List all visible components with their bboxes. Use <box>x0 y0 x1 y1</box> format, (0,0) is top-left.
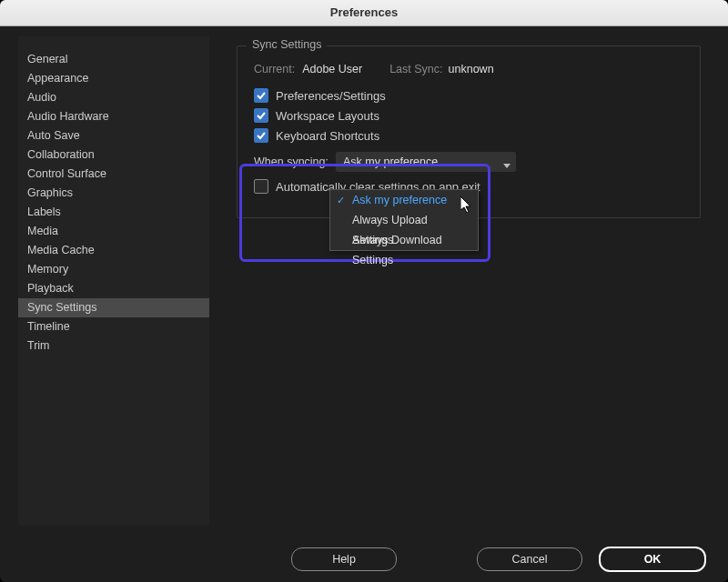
preferences-dialog: Preferences GeneralAppearanceAudioAudio … <box>0 0 728 582</box>
current-value: Adobe User <box>302 63 362 75</box>
fieldset-legend: Sync Settings <box>247 38 327 51</box>
ok-button[interactable]: OK <box>599 547 706 572</box>
sidebar-item-playback[interactable]: Playback <box>18 279 209 298</box>
preferences-sidebar: GeneralAppearanceAudioAudio HardwareAuto… <box>18 36 209 526</box>
sidebar-item-appearance[interactable]: Appearance <box>18 69 209 88</box>
when-syncing-value: Ask my preference <box>343 156 438 168</box>
preferences-main: Sync Settings Current: Adobe User Last S… <box>209 25 728 537</box>
help-button[interactable]: Help <box>291 547 397 571</box>
when-syncing-select[interactable]: Ask my preference <box>336 152 516 172</box>
chevron-down-icon <box>503 159 511 172</box>
auto-clear-checkbox[interactable] <box>254 179 268 194</box>
dialog-footer: Help Cancel OK <box>0 537 728 582</box>
when-syncing-row: When syncing: Ask my preference <box>254 152 683 172</box>
last-sync-value: unknown <box>449 63 494 75</box>
checkbox-row: Preferences/Settings <box>254 88 683 103</box>
sidebar-item-general[interactable]: General <box>18 50 209 69</box>
dropdown-option[interactable]: Always Upload Settings <box>330 210 478 230</box>
sidebar-item-timeline[interactable]: Timeline <box>18 317 209 336</box>
sidebar-item-memory[interactable]: Memory <box>18 260 209 279</box>
current-user-row: Current: Adobe User Last Sync: unknown <box>254 63 683 75</box>
sidebar-item-labels[interactable]: Labels <box>18 203 209 222</box>
sidebar-item-media-cache[interactable]: Media Cache <box>18 241 209 260</box>
sidebar-item-auto-save[interactable]: Auto Save <box>18 126 209 146</box>
cancel-button[interactable]: Cancel <box>477 547 582 571</box>
sidebar-item-media[interactable]: Media <box>18 222 209 241</box>
sidebar-item-sync-settings[interactable]: Sync Settings <box>18 298 209 317</box>
dialog-body: GeneralAppearanceAudioAudio HardwareAuto… <box>0 25 728 537</box>
checkbox-row: Workspace Layouts <box>254 108 683 123</box>
when-syncing-label: When syncing: <box>254 156 329 168</box>
checkbox-label: Workspace Layouts <box>276 109 379 123</box>
sidebar-item-graphics[interactable]: Graphics <box>18 184 209 203</box>
dialog-title: Preferences <box>0 0 728 26</box>
sidebar-item-audio[interactable]: Audio <box>18 88 209 107</box>
sidebar-item-collaboration[interactable]: Collaboration <box>18 146 209 165</box>
checkbox-row: Keyboard Shortcuts <box>254 128 683 143</box>
current-label: Current: <box>254 63 295 75</box>
checkbox[interactable] <box>254 108 268 123</box>
checkbox-label: Preferences/Settings <box>276 89 386 103</box>
last-sync-label: Last Sync: <box>389 63 442 75</box>
dropdown-option[interactable]: Ask my preference <box>330 190 478 210</box>
sidebar-item-audio-hardware[interactable]: Audio Hardware <box>18 107 209 126</box>
dropdown-option[interactable]: Always Download Settings <box>330 230 478 250</box>
sidebar-item-control-surface[interactable]: Control Surface <box>18 165 209 184</box>
checkbox-label: Keyboard Shortcuts <box>276 129 379 143</box>
sidebar-item-trim[interactable]: Trim <box>18 336 209 356</box>
when-syncing-dropdown[interactable]: Ask my preferenceAlways Upload SettingsA… <box>329 189 479 251</box>
checkbox[interactable] <box>254 88 268 103</box>
checkbox[interactable] <box>254 128 268 143</box>
